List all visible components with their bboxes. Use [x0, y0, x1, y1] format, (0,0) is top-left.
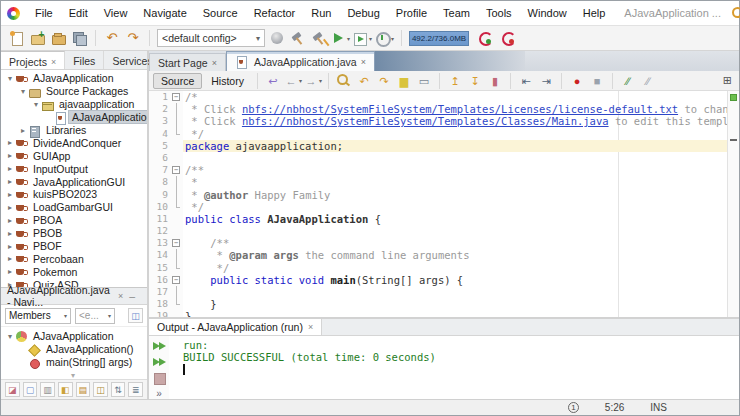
- uncomment-icon[interactable]: ∕∕: [641, 74, 655, 88]
- forward-icon[interactable]: →: [304, 74, 318, 88]
- sync-status-icon[interactable]: [501, 31, 516, 46]
- tab-projects[interactable]: Projects×: [1, 51, 65, 69]
- tree-row[interactable]: ▸Libraries: [1, 124, 147, 137]
- back-button[interactable]: ←▾: [284, 71, 302, 91]
- expander-icon[interactable]: ▾: [5, 332, 15, 341]
- chevron-down-icon[interactable]: ▾: [299, 77, 302, 84]
- notifications-icon[interactable]: 1: [568, 402, 579, 413]
- expander-icon[interactable]: ▸: [5, 190, 15, 199]
- code-line[interactable]: 1−/*: [149, 91, 739, 103]
- shift-line-left-icon[interactable]: ⇤: [519, 74, 533, 88]
- menu-debug[interactable]: Debug: [340, 4, 386, 22]
- editor-tab-start-page[interactable]: Start Page×: [149, 53, 226, 71]
- undo-button[interactable]: ↶: [103, 28, 121, 48]
- members-filter-select[interactable]: Members ▾: [5, 308, 71, 324]
- last-edit-position-icon[interactable]: ↩: [266, 74, 280, 88]
- menu-team[interactable]: Team: [436, 4, 477, 22]
- menu-run[interactable]: Run: [304, 4, 338, 22]
- menu-help[interactable]: Help: [576, 4, 613, 22]
- open-project-icon[interactable]: [51, 31, 66, 46]
- tree-row[interactable]: ▸GUIApp: [1, 149, 147, 162]
- memory-usage-bar[interactable]: 492.2/736.0MB: [409, 31, 469, 46]
- code-link[interactable]: nbfs://nbhost/SystemFileSystem/Templates…: [242, 103, 678, 115]
- previous-bookmark-button[interactable]: ↥: [446, 71, 464, 91]
- find-next-occurrence-icon[interactable]: ↷: [377, 74, 391, 88]
- last-edit-position-button[interactable]: ↩: [264, 71, 282, 91]
- expander-icon[interactable]: ▾: [18, 87, 28, 96]
- menu-profile[interactable]: Profile: [389, 4, 434, 22]
- code-line[interactable]: 2 * Click nbfs://nbhost/SystemFileSystem…: [149, 103, 739, 115]
- stop-macro-recording-icon[interactable]: ■: [590, 74, 604, 88]
- uncomment-button[interactable]: ∕∕: [639, 71, 657, 91]
- expander-icon[interactable]: ▸: [5, 164, 15, 173]
- expander-icon[interactable]: ▾: [5, 74, 15, 83]
- show-static-button[interactable]: ▥: [40, 382, 55, 397]
- rectangular-selection-icon[interactable]: ▭: [417, 74, 431, 88]
- code-line[interactable]: 4 */: [149, 128, 739, 140]
- tree-row[interactable]: ▸LoadGambarGUI: [1, 201, 147, 214]
- find-next-occurrence-button[interactable]: ↷: [375, 71, 393, 91]
- sort-position-button[interactable]: ≣: [128, 382, 143, 397]
- find-selection-button[interactable]: [335, 71, 353, 91]
- tree-row[interactable]: ▸InputOutput: [1, 162, 147, 175]
- code-line[interactable]: 9 * @author Happy Family: [149, 189, 739, 201]
- expander-icon[interactable]: ▸: [5, 138, 15, 147]
- code-line[interactable]: 10 */: [149, 201, 739, 213]
- fully-qualified-button[interactable]: ◫: [93, 382, 108, 397]
- expander-icon[interactable]: ▸: [5, 177, 15, 186]
- show-fields-button[interactable]: ▢: [23, 382, 38, 397]
- minimize-panel-icon[interactable]: –: [123, 290, 141, 302]
- menu-navigate[interactable]: Navigate: [136, 4, 193, 22]
- tree-row[interactable]: ▾AJavaApplication: [1, 72, 147, 85]
- split-editor-icon[interactable]: ⊞: [723, 74, 735, 87]
- tree-row[interactable]: ▸kuisPBO2023: [1, 188, 147, 201]
- expander-icon[interactable]: ▸: [5, 216, 15, 225]
- code-line[interactable]: 19}: [149, 310, 739, 317]
- code-line[interactable]: 7−/**: [149, 164, 739, 176]
- find-previous-occurrence-icon[interactable]: ↶: [357, 74, 371, 88]
- code-line[interactable]: 13− /**: [149, 237, 739, 249]
- menu-refactor[interactable]: Refactor: [247, 4, 303, 22]
- tree-row[interactable]: ▸PBOF: [1, 240, 147, 253]
- rerun-button[interactable]: [152, 339, 167, 353]
- code-line[interactable]: 11public class AJavaApplication {: [149, 213, 739, 225]
- config-selector[interactable]: <default config> ▾: [157, 29, 265, 47]
- menu-file[interactable]: File: [28, 4, 60, 22]
- next-bookmark-button[interactable]: ↧: [466, 71, 484, 91]
- shift-line-left-button[interactable]: ⇤: [517, 71, 535, 91]
- history-view-button[interactable]: History: [204, 73, 251, 89]
- code-line[interactable]: 14 * @param args the command line argume…: [149, 249, 739, 261]
- code-line[interactable]: 6: [149, 152, 739, 164]
- new-file-icon[interactable]: [9, 31, 24, 46]
- expander-icon[interactable]: ▸: [5, 151, 15, 160]
- stop-button[interactable]: [152, 371, 167, 385]
- tree-row[interactable]: AJavaApplication.java: [1, 111, 147, 124]
- tree-row[interactable]: ▸JavaApplicationGUI: [1, 175, 147, 188]
- sync-status-button[interactable]: [499, 28, 517, 48]
- fold-toggle-icon[interactable]: −: [172, 93, 180, 101]
- chevron-down-icon[interactable]: ▾: [347, 35, 350, 42]
- new-file-button[interactable]: [7, 28, 25, 48]
- comment-icon[interactable]: ∕∕: [621, 74, 635, 88]
- code-line[interactable]: 8 *: [149, 176, 739, 188]
- editor-tab-ajavaapplication-java[interactable]: AJavaApplication.java×: [226, 51, 375, 71]
- menu-edit[interactable]: Edit: [62, 4, 95, 22]
- code-line[interactable]: 12: [149, 225, 739, 237]
- menu-view[interactable]: View: [97, 4, 135, 22]
- expander-icon[interactable]: ▸: [5, 203, 15, 212]
- connect-icon[interactable]: [270, 31, 285, 46]
- profile-project-button[interactable]: ▾: [375, 28, 394, 48]
- tab-files[interactable]: Files: [65, 51, 104, 69]
- name-filter-input[interactable]: <e... ▾: [75, 308, 115, 324]
- tree-row[interactable]: ▾Source Packages: [1, 85, 147, 98]
- show-inherited-button[interactable]: ◪: [5, 382, 20, 397]
- close-icon[interactable]: ×: [51, 57, 56, 67]
- code-line[interactable]: 15 */: [149, 262, 739, 274]
- rectangular-selection-button[interactable]: ▭: [415, 71, 433, 91]
- expander-icon[interactable]: ▸: [18, 126, 28, 135]
- build-project-button[interactable]: [289, 28, 307, 48]
- tree-row[interactable]: ▾ajavaapplication: [1, 98, 147, 111]
- close-icon[interactable]: ×: [212, 58, 217, 68]
- tree-row[interactable]: ▾AJavaApplication: [1, 330, 147, 343]
- code-line[interactable]: 5package ajavaapplication;: [149, 140, 739, 152]
